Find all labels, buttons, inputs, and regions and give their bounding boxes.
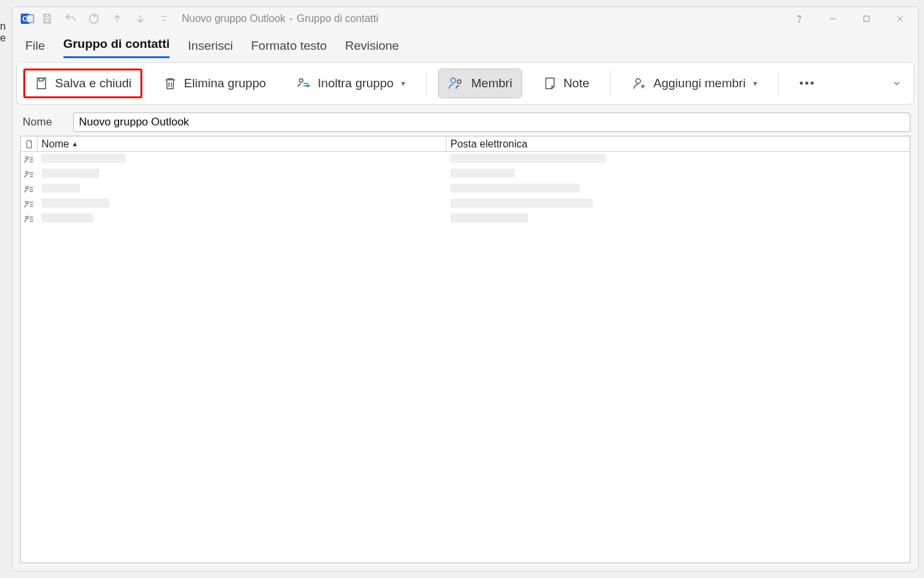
grid-header-name-label: Nome [41,138,69,150]
table-row[interactable] [21,182,910,197]
help-icon[interactable] [790,10,808,28]
title-subtitle: Gruppo di contatti [296,13,378,25]
delete-group-button[interactable]: Elimina gruppo [154,69,275,98]
ribbon: Salva e chiudi Elimina gruppo Inoltra gr… [16,62,914,105]
titlebar-controls [790,10,909,28]
redacted-email [450,169,515,178]
redacted-name [41,154,126,163]
notes-label: Note [564,76,589,91]
sort-asc-icon: ▲ [72,140,78,147]
grid-body [21,152,910,562]
chevron-down-icon: ▾ [401,79,405,88]
redo-icon[interactable] [87,12,100,25]
titlebar: Nuovo gruppo Outlook - Gruppo di contatt… [12,7,918,30]
forward-group-label: Inoltra gruppo [318,76,393,91]
grid-header-email[interactable]: Posta elettronica [446,136,910,151]
collapse-ribbon-icon[interactable] [886,73,907,94]
ribbon-separator [610,70,611,96]
forward-group-button[interactable]: Inoltra gruppo ▾ [287,69,414,98]
table-row[interactable] [21,152,910,167]
svg-point-14 [26,156,28,159]
tab-revisione[interactable]: Revisione [345,39,399,58]
redacted-email [450,154,606,163]
svg-point-3 [24,17,27,21]
arrow-down-icon[interactable] [134,12,147,25]
svg-rect-8 [864,16,869,21]
grid-header-name[interactable]: Nome ▲ [38,136,446,151]
ribbon-separator [778,70,778,96]
svg-point-13 [635,79,640,83]
delete-group-label: Elimina gruppo [184,76,266,91]
app-window: Nuovo gruppo Outlook - Gruppo di contatt… [12,6,919,572]
svg-point-15 [26,171,28,174]
redacted-name [41,184,80,193]
tab-inserisci[interactable]: Inserisci [188,39,233,58]
window-title: Nuovo gruppo Outlook - Gruppo di contatt… [182,13,379,25]
tab-file[interactable]: File [25,39,45,58]
table-row[interactable] [21,167,910,182]
redacted-email [450,213,528,222]
grid-header-email-label: Posta elettronica [450,138,527,150]
group-name-label: Nome [20,116,63,129]
contact-icon [21,170,38,179]
undo-icon[interactable] [64,12,77,25]
close-icon[interactable] [891,10,909,28]
redacted-name [41,213,93,222]
save-and-close-button[interactable]: Salva e chiudi [23,69,142,98]
add-members-label: Aggiungi membri [654,76,746,91]
svg-rect-4 [45,14,49,17]
members-grid: Nome ▲ Posta elettronica [20,136,910,563]
arrow-up-icon[interactable] [111,12,124,25]
redacted-email [450,198,593,208]
svg-point-16 [26,186,28,189]
title-document: Nuovo gruppo Outlook [182,13,285,25]
group-name-row: Nome [20,112,910,132]
svg-point-18 [26,216,28,219]
svg-rect-1 [27,15,34,23]
chevron-down-icon: ▾ [753,79,757,88]
members-label: Membri [471,76,512,91]
notes-button[interactable]: Note [534,69,599,98]
grid-header: Nome ▲ Posta elettronica [21,136,910,152]
add-members-button[interactable]: Aggiungi membri ▾ [622,69,767,98]
svg-rect-5 [45,19,49,23]
ribbon-tabs: File Gruppo di contatti Inserisci Format… [12,30,918,58]
svg-point-12 [457,80,461,84]
redacted-name [41,169,100,178]
tab-gruppo-di-contatti[interactable]: Gruppo di contatti [63,37,170,58]
trash-icon [163,76,177,91]
grid-header-icon-col[interactable] [21,136,38,151]
save-close-icon [34,76,49,91]
table-row[interactable] [21,197,910,211]
svg-point-17 [26,201,28,204]
ellipsis-icon: ••• [799,77,815,91]
svg-point-7 [798,21,799,22]
members-icon [448,76,465,91]
minimize-icon[interactable] [824,10,842,28]
more-commands-button[interactable]: ••• [790,69,824,98]
content-area: Nome Nome ▲ Posta elettronica [20,112,910,563]
tab-formato-testo[interactable]: Formato testo [251,39,327,58]
add-member-icon [632,76,647,91]
contact-icon [21,155,38,164]
background-sliver: ne [0,21,9,47]
save-icon[interactable] [41,12,54,25]
maximize-icon[interactable] [857,10,875,28]
outlook-icon [19,10,36,27]
quick-access-toolbar [41,12,170,25]
forward-group-icon [296,76,311,91]
svg-point-10 [300,79,303,83]
table-row[interactable] [21,211,910,226]
members-button[interactable]: Membri [438,69,522,98]
qat-customize-icon[interactable] [157,12,170,25]
redacted-email [450,184,580,193]
group-name-input[interactable] [73,112,910,132]
contact-icon [21,185,38,194]
contact-icon [21,200,38,209]
notes-icon [543,76,557,91]
contact-icon [21,215,38,224]
title-separator: - [289,13,292,25]
save-and-close-label: Salva e chiudi [55,76,131,91]
redacted-name [41,198,109,208]
ribbon-separator [426,70,426,96]
